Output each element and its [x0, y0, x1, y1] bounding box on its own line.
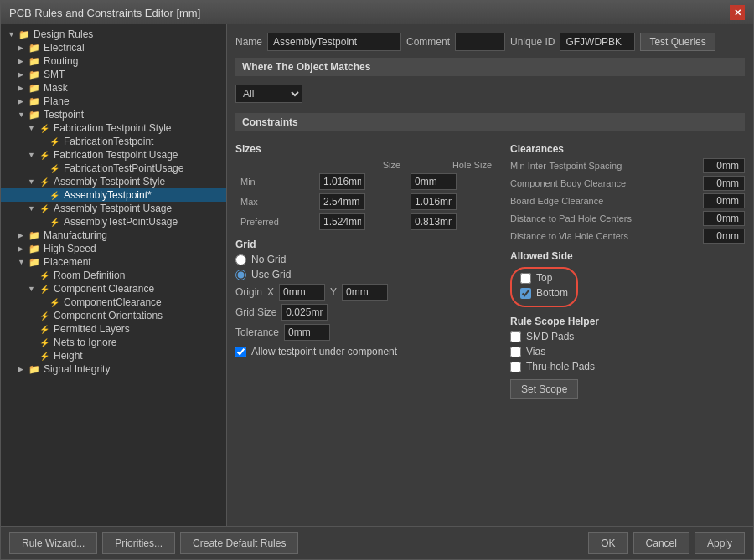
tree-item-fabricationtestpoint[interactable]: ⚡ FabricationTestpoint [1, 135, 226, 148]
rule-icon: ⚡ [38, 283, 51, 295]
top-checkbox[interactable] [520, 273, 531, 284]
tree-item-highspeed[interactable]: ▶ 📁 High Speed [1, 242, 226, 255]
clearance-value-2[interactable] [703, 176, 745, 191]
tree-item-fab-style[interactable]: ▼ ⚡ Fabrication Testpoint Style [1, 121, 226, 135]
tree-item-comp-orient[interactable]: ⚡ Component Orientations [1, 309, 226, 322]
origin-x-input[interactable] [279, 284, 325, 301]
allow-testpoint-checkbox[interactable] [235, 347, 246, 357]
allow-testpoint-row: Allow testpoint under component [235, 346, 497, 357]
apply-button[interactable]: Apply [695, 532, 745, 554]
tree-label: Assembly Testpoint Style [54, 176, 165, 188]
thru-hole-checkbox[interactable] [510, 362, 521, 372]
tree-item-routing[interactable]: ▶ 📁 Routing [1, 54, 226, 68]
rule-wizard-button[interactable]: Rule Wizard... [9, 532, 97, 554]
smd-pads-checkbox[interactable] [510, 331, 521, 342]
tree-label: Signal Integrity [44, 363, 110, 375]
tree-item-signal-integrity[interactable]: ▶ 📁 Signal Integrity [1, 362, 226, 376]
where-matches-dropdown[interactable]: All [235, 85, 302, 103]
use-grid-radio[interactable] [235, 270, 246, 280]
tree-label: Assembly Testpoint Usage [54, 203, 172, 214]
clearance-value-5[interactable] [703, 229, 745, 244]
rule-icon: ⚡ [38, 337, 51, 348]
vias-checkbox[interactable] [510, 347, 521, 357]
comment-label: Comment [406, 36, 450, 48]
clearance-row-1: Min Inter-Testpoint Spacing [510, 158, 745, 173]
expand-arrow: ▶ [18, 57, 28, 65]
tree-label: Mask [44, 82, 68, 94]
bottom-checkbox[interactable] [520, 288, 531, 299]
priorities-button[interactable]: Priorities... [102, 532, 175, 554]
clearance-value-4[interactable] [703, 211, 745, 226]
ok-button[interactable]: OK [588, 532, 627, 554]
expand-arrow: ▼ [28, 285, 38, 293]
folder-icon: 📁 [28, 109, 41, 121]
tree-item-asmtestpointusage[interactable]: ⚡ AssemblyTestPointUsage [1, 215, 226, 229]
expand-arrow: ▼ [18, 110, 28, 119]
clearance-value-3[interactable] [703, 193, 745, 208]
y-label: Y [330, 286, 337, 298]
tree-item-manufacturing[interactable]: ▶ 📁 Manufacturing [1, 229, 226, 242]
tree-item-componentclearance[interactable]: ⚡ ComponentClearance [1, 295, 226, 309]
preferred-size-input[interactable] [319, 213, 365, 230]
expand-arrow [28, 338, 38, 347]
tree-item-asm-style[interactable]: ▼ ⚡ Assembly Testpoint Style [1, 175, 226, 188]
test-queries-button[interactable]: Test Queries [640, 33, 715, 51]
max-size-input[interactable] [319, 193, 365, 210]
thru-hole-row: Thru-hole Pads [510, 361, 745, 372]
tree-item-fab-usage[interactable]: ▼ ⚡ Fabrication Testpoint Usage [1, 148, 226, 162]
clearance-row-4: Distance to Pad Hole Centers [510, 211, 745, 226]
tree-item-placement[interactable]: ▼ 📁 Placement [1, 255, 226, 269]
name-input[interactable] [267, 33, 401, 51]
gridsize-label: Grid Size [235, 306, 276, 318]
size-col-header: Size [314, 158, 405, 172]
create-default-button[interactable]: Create Default Rules [180, 532, 298, 554]
right-panel: Name Comment Unique ID Test Queries Wher… [227, 24, 753, 526]
clearance-value-1[interactable] [703, 158, 745, 173]
min-hole-input[interactable] [411, 173, 457, 190]
set-scope-button[interactable]: Set Scope [510, 379, 578, 399]
max-label: Max [235, 192, 314, 212]
tree-label: Design Rules [34, 28, 93, 40]
expand-arrow [38, 137, 48, 146]
vias-label: Vias [526, 346, 545, 357]
tree-label: Routing [44, 55, 78, 67]
no-grid-label: No Grid [251, 254, 286, 265]
tree-item-fabtestpointusage[interactable]: ⚡ FabricationTestPointUsage [1, 162, 226, 175]
origin-y-input[interactable] [342, 284, 388, 301]
tree-item-nets-to-ignore[interactable]: ⚡ Nets to Ignore [1, 336, 226, 349]
use-grid-row: Use Grid [235, 269, 497, 280]
tree-item-permitted-layers[interactable]: ⚡ Permitted Layers [1, 322, 226, 336]
tree-item-room-definition[interactable]: ⚡ Room Definition [1, 269, 226, 282]
max-row: Max [235, 192, 497, 212]
preferred-row: Preferred [235, 212, 497, 232]
gridsize-input[interactable] [281, 304, 328, 321]
uid-input[interactable] [560, 33, 635, 51]
preferred-hole-input[interactable] [411, 213, 457, 230]
uid-label: Unique ID [510, 36, 555, 48]
tree-item-testpoint[interactable]: ▼ 📁 Testpoint [1, 108, 226, 121]
tree-item-comp-clearance[interactable]: ▼ ⚡ Component Clearance [1, 282, 226, 295]
tree-item-mask[interactable]: ▶ 📁 Mask [1, 81, 226, 95]
tree-item-design-rules[interactable]: ▼ 📁 Design Rules [1, 28, 226, 41]
comment-input[interactable] [455, 33, 505, 51]
clearance-row-3: Board Edge Clearance [510, 193, 745, 208]
rule-icon: ⚡ [38, 149, 51, 161]
rule-icon: ⚡ [38, 122, 51, 134]
bottom-checkbox-row: Bottom [520, 287, 568, 299]
close-button[interactable]: ✕ [730, 5, 745, 20]
tolerance-input[interactable] [284, 324, 330, 341]
expand-arrow [38, 218, 48, 226]
grid-header: Grid [235, 239, 497, 250]
min-size-input[interactable] [319, 173, 365, 190]
cancel-button[interactable]: Cancel [633, 532, 689, 554]
tree-item-plane[interactable]: ▶ 📁 Plane [1, 95, 226, 108]
no-grid-radio[interactable] [235, 254, 246, 265]
tree-item-smt[interactable]: ▶ 📁 SMT [1, 68, 226, 81]
tree-item-electrical[interactable]: ▶ 📁 Electrical [1, 41, 226, 54]
tree-item-height[interactable]: ⚡ Height [1, 349, 226, 362]
max-hole-input[interactable] [411, 193, 457, 210]
sizes-header: Sizes [235, 143, 497, 155]
origin-row: Origin X Y [235, 284, 497, 301]
tree-item-assemblytestpoint[interactable]: ⚡ AssemblyTestpoint* [1, 188, 226, 202]
tree-item-asm-usage[interactable]: ▼ ⚡ Assembly Testpoint Usage [1, 202, 226, 215]
